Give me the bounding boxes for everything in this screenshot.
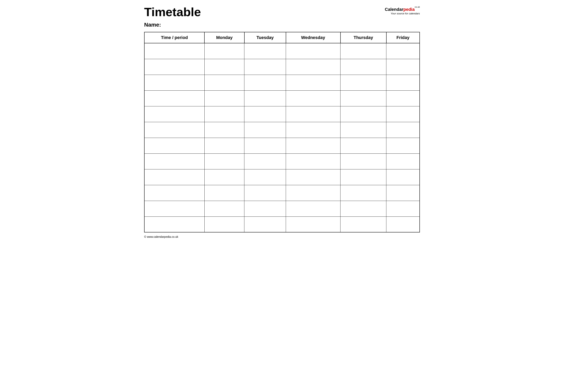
logo-subtitle: Your source for calendars (391, 12, 420, 15)
cell-row7-col4[interactable] (286, 138, 341, 154)
col-header-time: Time / period (144, 32, 205, 43)
page-title: Timetable (144, 6, 201, 18)
cell-row11-col4[interactable] (286, 201, 341, 216)
cell-row1-col3[interactable] (244, 43, 286, 59)
cell-row3-col3[interactable] (244, 75, 286, 90)
timetable-wrapper: Time / period Monday Tuesday Wednesday T… (144, 32, 420, 232)
cell-row3-col2[interactable] (205, 75, 244, 90)
table-row (144, 138, 420, 154)
table-row (144, 90, 420, 106)
cell-row5-col4[interactable] (286, 106, 341, 122)
timetable-body (144, 43, 420, 232)
cell-row1-col4[interactable] (286, 43, 341, 59)
cell-row10-col3[interactable] (244, 185, 286, 201)
table-row (144, 75, 420, 90)
cell-row10-col2[interactable] (205, 185, 244, 201)
table-row (144, 59, 420, 75)
cell-row7-col3[interactable] (244, 138, 286, 154)
cell-row1-col1[interactable] (144, 43, 205, 59)
cell-row3-col5[interactable] (341, 75, 386, 90)
cell-row8-col6[interactable] (386, 154, 420, 169)
col-header-friday: Friday (386, 32, 420, 43)
title-block: Timetable Name: (144, 6, 201, 28)
cell-row8-col3[interactable] (244, 154, 286, 169)
cell-row4-col2[interactable] (205, 90, 244, 106)
table-row (144, 169, 420, 185)
col-header-monday: Monday (205, 32, 244, 43)
cell-row2-col4[interactable] (286, 59, 341, 75)
cell-row6-col2[interactable] (205, 122, 244, 138)
cell-row2-col5[interactable] (341, 59, 386, 75)
cell-row2-col3[interactable] (244, 59, 286, 75)
cell-row9-col5[interactable] (341, 169, 386, 185)
cell-row2-col1[interactable] (144, 59, 205, 75)
cell-row6-col5[interactable] (341, 122, 386, 138)
cell-row10-col4[interactable] (286, 185, 341, 201)
logo-calendar: Calendar (385, 7, 403, 12)
cell-row12-col3[interactable] (244, 216, 286, 232)
table-header-row: Time / period Monday Tuesday Wednesday T… (144, 32, 420, 43)
cell-row6-col3[interactable] (244, 122, 286, 138)
cell-row1-col6[interactable] (386, 43, 420, 59)
cell-row12-col5[interactable] (341, 216, 386, 232)
cell-row9-col2[interactable] (205, 169, 244, 185)
timetable: Time / period Monday Tuesday Wednesday T… (144, 32, 420, 232)
cell-row3-col1[interactable] (144, 75, 205, 90)
cell-row5-col2[interactable] (205, 106, 244, 122)
cell-row8-col5[interactable] (341, 154, 386, 169)
table-row (144, 43, 420, 59)
cell-row10-col5[interactable] (341, 185, 386, 201)
cell-row10-col1[interactable] (144, 185, 205, 201)
cell-row11-col5[interactable] (341, 201, 386, 216)
cell-row3-col4[interactable] (286, 75, 341, 90)
cell-row8-col4[interactable] (286, 154, 341, 169)
logo-pedia: pedia (403, 7, 414, 12)
cell-row5-col1[interactable] (144, 106, 205, 122)
cell-row12-col4[interactable] (286, 216, 341, 232)
cell-row11-col2[interactable] (205, 201, 244, 216)
cell-row4-col4[interactable] (286, 90, 341, 106)
cell-row7-col1[interactable] (144, 138, 205, 154)
cell-row12-col6[interactable] (386, 216, 420, 232)
cell-row5-col6[interactable] (386, 106, 420, 122)
col-header-thursday: Thursday (341, 32, 386, 43)
cell-row4-col1[interactable] (144, 90, 205, 106)
cell-row8-col2[interactable] (205, 154, 244, 169)
cell-row11-col6[interactable] (386, 201, 420, 216)
cell-row11-col3[interactable] (244, 201, 286, 216)
table-row (144, 106, 420, 122)
cell-row10-col6[interactable] (386, 185, 420, 201)
cell-row3-col6[interactable] (386, 75, 420, 90)
cell-row8-col1[interactable] (144, 154, 205, 169)
cell-row6-col1[interactable] (144, 122, 205, 138)
logo-couk: co.uk (415, 6, 420, 8)
cell-row6-col4[interactable] (286, 122, 341, 138)
cell-row7-col5[interactable] (341, 138, 386, 154)
cell-row2-col6[interactable] (386, 59, 420, 75)
cell-row1-col2[interactable] (205, 43, 244, 59)
cell-row9-col6[interactable] (386, 169, 420, 185)
cell-row4-col3[interactable] (244, 90, 286, 106)
cell-row12-col1[interactable] (144, 216, 205, 232)
col-header-wednesday: Wednesday (286, 32, 341, 43)
cell-row7-col2[interactable] (205, 138, 244, 154)
cell-row5-col3[interactable] (244, 106, 286, 122)
cell-row5-col5[interactable] (341, 106, 386, 122)
name-label: Name: (144, 22, 201, 28)
cell-row4-col5[interactable] (341, 90, 386, 106)
cell-row7-col6[interactable] (386, 138, 420, 154)
cell-row4-col6[interactable] (386, 90, 420, 106)
cell-row6-col6[interactable] (386, 122, 420, 138)
table-row (144, 185, 420, 201)
cell-row9-col4[interactable] (286, 169, 341, 185)
cell-row1-col5[interactable] (341, 43, 386, 59)
cell-row11-col1[interactable] (144, 201, 205, 216)
cell-row12-col2[interactable] (205, 216, 244, 232)
logo-text: Calendarpediaco.uk (385, 7, 420, 12)
cell-row9-col1[interactable] (144, 169, 205, 185)
table-row (144, 154, 420, 169)
cell-row2-col2[interactable] (205, 59, 244, 75)
table-row (144, 216, 420, 232)
page-container: Timetable Name: Calendarpediaco.uk Your … (144, 6, 420, 238)
cell-row9-col3[interactable] (244, 169, 286, 185)
